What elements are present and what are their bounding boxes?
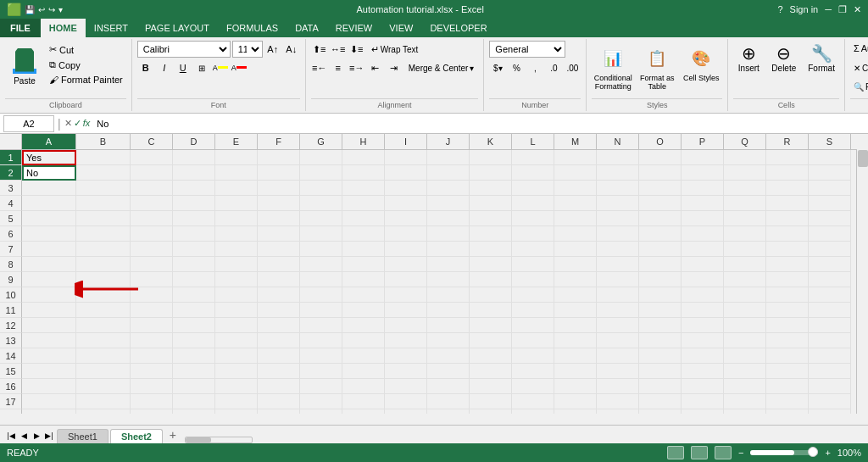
cell-N4[interactable] bbox=[597, 196, 639, 211]
cell-O13[interactable] bbox=[639, 333, 682, 348]
cell-D17[interactable] bbox=[173, 394, 215, 409]
cell-D11[interactable] bbox=[173, 303, 215, 318]
cell-J6[interactable] bbox=[427, 226, 470, 242]
row-num-10[interactable]: 10 bbox=[0, 287, 22, 303]
sheet-nav-prev[interactable]: ◀ bbox=[18, 430, 30, 442]
italic-button[interactable]: I bbox=[156, 59, 173, 76]
cell-d1[interactable] bbox=[173, 150, 215, 165]
col-header-e[interactable]: E bbox=[215, 134, 258, 149]
cell-S17[interactable] bbox=[809, 394, 851, 409]
cell-C10[interactable] bbox=[131, 287, 173, 303]
cell-B18[interactable] bbox=[76, 409, 131, 414]
tab-page-layout[interactable]: PAGE LAYOUT bbox=[136, 19, 218, 37]
cell-D13[interactable] bbox=[173, 333, 215, 348]
cell-O14[interactable] bbox=[639, 348, 682, 364]
cell-F4[interactable] bbox=[258, 196, 300, 211]
cell-N7[interactable] bbox=[597, 242, 639, 257]
cell-C5[interactable] bbox=[131, 211, 173, 226]
cell-G12[interactable] bbox=[300, 318, 342, 333]
cell-H13[interactable] bbox=[342, 333, 385, 348]
cell-R7[interactable] bbox=[766, 242, 809, 257]
cell-k2[interactable] bbox=[470, 165, 512, 181]
cell-C6[interactable] bbox=[131, 226, 173, 242]
cell-J16[interactable] bbox=[427, 379, 470, 394]
cell-R12[interactable] bbox=[766, 318, 809, 333]
cell-O6[interactable] bbox=[639, 226, 682, 242]
cell-K18[interactable] bbox=[470, 409, 512, 414]
cell-A18[interactable] bbox=[22, 409, 76, 414]
cell-M12[interactable] bbox=[554, 318, 597, 333]
cell-G7[interactable] bbox=[300, 242, 342, 257]
cell-L3[interactable] bbox=[512, 181, 554, 196]
cell-K8[interactable] bbox=[470, 257, 512, 272]
cell-R10[interactable] bbox=[766, 287, 809, 303]
undo-icon[interactable]: ↩ bbox=[38, 5, 45, 14]
col-header-k[interactable]: K bbox=[470, 134, 512, 149]
cell-K9[interactable] bbox=[470, 272, 512, 287]
col-header-j[interactable]: J bbox=[427, 134, 470, 149]
cell-L4[interactable] bbox=[512, 196, 554, 211]
underline-button[interactable]: U bbox=[175, 59, 192, 76]
cell-reference-box[interactable] bbox=[3, 115, 54, 132]
cell-A9[interactable] bbox=[22, 272, 76, 287]
cell-J13[interactable] bbox=[427, 333, 470, 348]
cell-G5[interactable] bbox=[300, 211, 342, 226]
align-right-button[interactable]: ≡→ bbox=[348, 59, 365, 76]
cell-M15[interactable] bbox=[554, 364, 597, 379]
cell-C14[interactable] bbox=[131, 348, 173, 364]
cell-O17[interactable] bbox=[639, 394, 682, 409]
cell-D8[interactable] bbox=[173, 257, 215, 272]
delete-button[interactable]: ⊖ Delete bbox=[767, 41, 800, 75]
tab-insert[interactable]: INSERT bbox=[86, 19, 136, 37]
cell-h2[interactable] bbox=[342, 165, 385, 181]
cell-R8[interactable] bbox=[766, 257, 809, 272]
comma-button[interactable]: , bbox=[526, 59, 543, 76]
tab-data[interactable]: DATA bbox=[287, 19, 327, 37]
cell-K7[interactable] bbox=[470, 242, 512, 257]
col-header-s[interactable]: S bbox=[809, 134, 851, 149]
save-icon[interactable]: 💾 bbox=[25, 5, 35, 14]
cell-f2[interactable] bbox=[258, 165, 300, 181]
cell-o2[interactable] bbox=[639, 165, 682, 181]
cell-E16[interactable] bbox=[215, 379, 258, 394]
cell-R5[interactable] bbox=[766, 211, 809, 226]
cell-B5[interactable] bbox=[76, 211, 131, 226]
row-num-11[interactable]: 11 bbox=[0, 303, 22, 318]
increase-font-button[interactable]: A↑ bbox=[264, 41, 281, 58]
cell-N9[interactable] bbox=[597, 272, 639, 287]
cell-M4[interactable] bbox=[554, 196, 597, 211]
row-num-15[interactable]: 15 bbox=[0, 364, 22, 379]
cell-l1[interactable] bbox=[512, 150, 554, 165]
cell-R13[interactable] bbox=[766, 333, 809, 348]
copy-button[interactable]: ⧉ Copy bbox=[46, 58, 126, 72]
cell-A13[interactable] bbox=[22, 333, 76, 348]
cell-A6[interactable] bbox=[22, 226, 76, 242]
cell-R6[interactable] bbox=[766, 226, 809, 242]
cell-D7[interactable] bbox=[173, 242, 215, 257]
cell-H5[interactable] bbox=[342, 211, 385, 226]
cell-H8[interactable] bbox=[342, 257, 385, 272]
cell-D14[interactable] bbox=[173, 348, 215, 364]
cell-P11[interactable] bbox=[682, 303, 724, 318]
cell-Q9[interactable] bbox=[724, 272, 766, 287]
cell-P3[interactable] bbox=[682, 181, 724, 196]
cell-P13[interactable] bbox=[682, 333, 724, 348]
cell-K15[interactable] bbox=[470, 364, 512, 379]
restore-button[interactable]: ❐ bbox=[838, 4, 847, 15]
col-header-f[interactable]: F bbox=[258, 134, 300, 149]
currency-button[interactable]: $▾ bbox=[489, 59, 506, 76]
cell-E4[interactable] bbox=[215, 196, 258, 211]
cell-H14[interactable] bbox=[342, 348, 385, 364]
cell-S10[interactable] bbox=[809, 287, 851, 303]
clear-button[interactable]: ✕ Clear = bbox=[850, 62, 868, 75]
cell-C11[interactable] bbox=[131, 303, 173, 318]
cell-s1[interactable] bbox=[809, 150, 851, 165]
cell-M18[interactable] bbox=[554, 409, 597, 414]
cell-q1[interactable] bbox=[724, 150, 766, 165]
cell-K3[interactable] bbox=[470, 181, 512, 196]
cell-J9[interactable] bbox=[427, 272, 470, 287]
col-header-r[interactable]: R bbox=[766, 134, 809, 149]
cell-L5[interactable] bbox=[512, 211, 554, 226]
row-num-16[interactable]: 16 bbox=[0, 379, 22, 394]
row-num-4[interactable]: 4 bbox=[0, 196, 22, 211]
